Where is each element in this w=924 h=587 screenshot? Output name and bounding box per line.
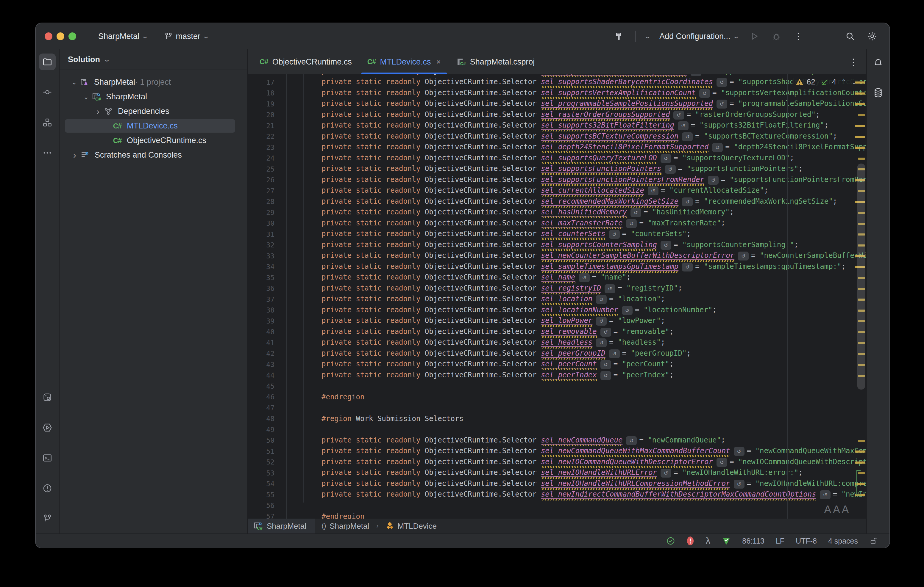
debug-button[interactable] <box>770 30 783 43</box>
line-number[interactable]: 39 <box>248 317 286 325</box>
inlay-hint-icon[interactable]: ↺ <box>716 458 727 467</box>
line-number[interactable]: 18 <box>248 89 286 97</box>
nuget-tool-window-button[interactable] <box>39 389 56 406</box>
inlay-hint-icon[interactable]: ↺ <box>734 480 744 488</box>
line-number[interactable]: 36 <box>248 284 286 292</box>
line-number[interactable]: 24 <box>248 155 286 162</box>
line-number[interactable]: 30 <box>248 219 286 227</box>
inlay-hint-icon[interactable]: ↺ <box>682 197 693 206</box>
tree-item-objectivecruntime-cs[interactable]: C#ObjectiveCRuntime.cs <box>59 133 247 148</box>
vulnerability-scanner-icon[interactable] <box>722 536 731 545</box>
project-selector[interactable]: SharpMetal ⌄ <box>98 32 148 41</box>
line-number[interactable]: 38 <box>248 306 286 314</box>
inlay-hint-icon[interactable]: ↺ <box>596 317 607 326</box>
chevron-down-icon[interactable]: ⌄ <box>82 94 91 100</box>
line-number[interactable]: 37 <box>248 296 286 303</box>
solution-errors-icon[interactable] <box>686 536 694 546</box>
inspections-widget[interactable]: 62 4 ⌃ ⌄ <box>792 76 860 88</box>
inlay-hint-icon[interactable]: ↺ <box>601 328 611 337</box>
terminal-tool-window-button[interactable] <box>39 450 56 466</box>
line-number[interactable]: 56 <box>248 501 286 510</box>
line-number[interactable]: 26 <box>248 176 286 184</box>
inlay-hint-icon[interactable]: ↺ <box>596 339 607 347</box>
tab-sharpmetal-csproj[interactable]: C#SharpMetal.csproj <box>449 49 543 74</box>
line-number[interactable]: 20 <box>248 111 286 118</box>
tab-list-kebab-icon[interactable]: ⋮ <box>849 49 858 74</box>
line-number[interactable]: 41 <box>248 339 286 347</box>
line-number[interactable]: 53 <box>248 469 286 477</box>
inlay-hint-icon[interactable]: ↺ <box>630 208 641 217</box>
tree-item-mtldevice-cs[interactable]: C#MTLDevice.cs <box>59 118 247 133</box>
tree-item-sharpmetal[interactable]: ⌄SharpMetal · 1 project <box>59 75 247 89</box>
tab-mtldevice-cs[interactable]: C#MTLDevice.cs× <box>360 49 449 74</box>
inlay-hint-icon[interactable]: ↺ <box>691 74 701 76</box>
breadcrumb-sharpmetal[interactable]: C#SharpMetal <box>248 519 315 533</box>
inlay-hint-icon[interactable]: ↺ <box>682 263 693 271</box>
line-number[interactable]: 46 <box>248 393 286 401</box>
inlay-hint-icon[interactable]: ↺ <box>673 111 684 120</box>
line-number[interactable]: 25 <box>248 165 286 173</box>
tree-item-scratches-and-consoles[interactable]: ›Scratches and Consoles <box>59 148 247 162</box>
inlay-hint-icon[interactable]: ↺ <box>678 121 688 130</box>
inlay-hint-icon[interactable]: ↺ <box>660 154 671 163</box>
inlay-hint-icon[interactable]: ↺ <box>820 490 830 499</box>
chevron-down-icon[interactable]: ⌄ <box>644 33 652 40</box>
previous-problem-button[interactable]: ⌃ <box>841 78 846 86</box>
problems-tool-window-button[interactable] <box>39 480 56 497</box>
unlocked-icon[interactable] <box>869 536 878 545</box>
line-number[interactable]: 57 <box>248 513 286 519</box>
line-number[interactable]: 43 <box>248 361 286 368</box>
line-number[interactable]: 29 <box>248 209 286 217</box>
more-actions-button[interactable]: ⋮ <box>792 30 805 43</box>
line-number[interactable]: 44 <box>248 372 286 379</box>
caret-position[interactable]: 86:113 <box>742 537 764 545</box>
database-tool-window-button[interactable] <box>870 84 886 101</box>
line-number[interactable]: 48 <box>248 415 286 423</box>
run-button[interactable] <box>748 30 761 43</box>
inlay-hint-icon[interactable]: ↺ <box>579 273 590 282</box>
line-number[interactable]: 40 <box>248 328 286 336</box>
more-tool-windows-button[interactable] <box>39 145 56 161</box>
notifications-bell-icon[interactable] <box>870 55 886 71</box>
line-number[interactable]: 17 <box>248 79 286 86</box>
inlay-hint-icon[interactable]: ↺ <box>601 371 611 380</box>
line-number[interactable]: 51 <box>248 447 286 455</box>
line-number[interactable]: 28 <box>248 198 286 206</box>
inlay-hint-icon[interactable]: ↺ <box>738 252 749 260</box>
highlighting-ok-icon[interactable] <box>666 536 675 545</box>
inlay-hint-icon[interactable]: ↺ <box>626 219 637 228</box>
line-number[interactable]: 45 <box>248 382 286 390</box>
line-number[interactable]: 35 <box>248 274 286 281</box>
line-number[interactable]: 55 <box>248 491 286 499</box>
inlay-hint-icon[interactable]: ↺ <box>708 176 719 185</box>
search-everywhere-button[interactable] <box>844 30 857 43</box>
indent-style[interactable]: 4 spaces <box>828 537 858 545</box>
breadcrumb-mtldevice[interactable]: MTLDevice <box>379 519 443 533</box>
run-configuration-selector[interactable]: Add Configuration... ⌄ <box>659 32 739 41</box>
inlay-hint-icon[interactable]: ↺ <box>648 186 658 196</box>
line-number[interactable]: 16 <box>248 74 286 75</box>
line-number[interactable]: 27 <box>248 187 286 195</box>
close-icon[interactable]: × <box>436 58 441 67</box>
inlay-hint-icon[interactable]: ↺ <box>596 295 607 304</box>
inlay-hint-icon[interactable]: ↺ <box>682 132 693 141</box>
inlay-hint-icon[interactable]: ↺ <box>734 447 744 456</box>
project-tool-window-button[interactable] <box>39 54 56 70</box>
tree-item-sharpmetal[interactable]: ⌄C#SharpMetal <box>59 89 247 104</box>
line-number[interactable]: 34 <box>248 263 286 271</box>
inlay-hint-icon[interactable]: ↺ <box>716 100 727 109</box>
inlay-hint-icon[interactable]: ↺ <box>609 349 620 358</box>
settings-gear-icon[interactable] <box>866 30 879 43</box>
structure-tool-window-button[interactable] <box>39 114 56 131</box>
commit-tool-window-button[interactable] <box>39 84 56 100</box>
inlay-hint-icon[interactable]: ↺ <box>660 469 671 478</box>
inlay-hint-icon[interactable]: ↺ <box>716 78 727 87</box>
inlay-hint-icon[interactable]: ↺ <box>609 230 620 239</box>
line-number[interactable]: 22 <box>248 133 286 140</box>
inlay-hint-icon[interactable]: ↺ <box>660 241 671 250</box>
solution-panel-header[interactable]: Solution ⌄ <box>59 49 247 70</box>
minimize-window-button[interactable] <box>56 33 64 40</box>
lambda-icon[interactable]: λ <box>706 536 711 546</box>
line-separator[interactable]: LF <box>776 537 784 545</box>
close-window-button[interactable] <box>45 33 53 40</box>
